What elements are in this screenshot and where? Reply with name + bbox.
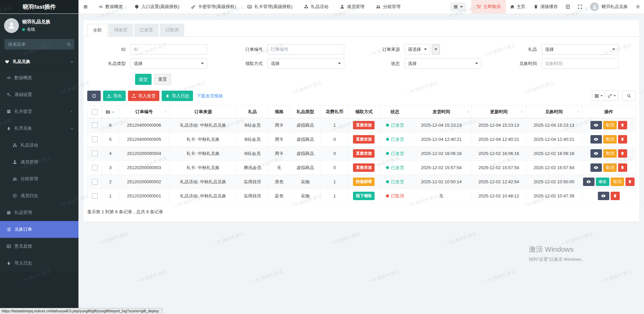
- topbar-menu-item-3[interactable]: 礼卡管理(高级授权): [242, 0, 298, 13]
- clear-cache-button[interactable]: 清除缓存: [529, 0, 562, 13]
- topbar-main: 数据概览入口设置(高级授权)卡密管理(高级授权)礼卡管理(高级授权)礼品活动成员…: [78, 0, 644, 13]
- filter-select-2[interactable]: 请选择: [405, 44, 430, 55]
- topbar-menu-item-1[interactable]: 入口设置(高级授权): [129, 0, 185, 13]
- cancel-button[interactable]: 取消: [603, 121, 617, 129]
- sidebar-item-0[interactable]: 数据概览: [0, 69, 78, 86]
- cell-spec: 无: [268, 161, 290, 175]
- cancel-button[interactable]: 取消: [603, 163, 617, 172]
- cell-spec: 蓝色: [268, 189, 290, 203]
- reset-button[interactable]: 重置: [154, 74, 171, 85]
- view-button[interactable]: [598, 192, 609, 200]
- column-header-9[interactable]: 发货时间: [411, 106, 472, 118]
- delete-button[interactable]: [625, 178, 635, 186]
- settings-gear-icon[interactable]: [632, 0, 644, 13]
- sidebar-item-11[interactable]: 导入日志: [0, 255, 78, 272]
- edit-button[interactable]: 修改: [596, 178, 609, 186]
- delete-button[interactable]: [611, 192, 620, 200]
- sidebar-item-5[interactable]: 成员管理: [0, 154, 78, 170]
- submit-button[interactable]: 提交: [135, 74, 152, 85]
- column-header-10[interactable]: 更新时间: [472, 106, 526, 118]
- row-checkbox[interactable]: [92, 122, 98, 128]
- sidebar-toggle-icon[interactable]: [78, 0, 93, 13]
- column-header-1[interactable]: 订单编号: [119, 106, 169, 118]
- delete-button[interactable]: [618, 149, 627, 158]
- import-deliver-button[interactable]: 导入发货: [128, 91, 159, 101]
- sidebar-menu: 数据概览基础设置礼卡提货礼币兑换礼品活动成员管理分组管理成员日志礼品管理兑换订单…: [0, 69, 78, 272]
- sidebar-section-gift-exchange[interactable]: 礼品兑换: [0, 54, 78, 69]
- cancel-button[interactable]: 取消: [611, 178, 624, 186]
- filter-field-0: ID: [87, 44, 224, 55]
- sidebar-item-4[interactable]: 礼品活动: [0, 137, 78, 154]
- topbar-menu-item-6[interactable]: 分组管理: [370, 0, 406, 13]
- columns-button[interactable]: [592, 91, 605, 101]
- row-select-cell: [88, 118, 102, 132]
- buy-now-button[interactable]: 立即购买: [471, 0, 506, 13]
- cell-update_time: 2025-12-04 12:40:21: [472, 132, 526, 147]
- home-button[interactable]: 主页: [506, 0, 529, 13]
- filter-input-7[interactable]: [542, 58, 618, 69]
- download-template-link[interactable]: 下载发货模板: [197, 93, 223, 99]
- cell-gift_type: 实物: [290, 189, 320, 203]
- sidebar-item-2[interactable]: 礼卡提货: [0, 103, 78, 120]
- table-toolbar: 导出 导入发货 导入日志 下载发货模板: [87, 91, 636, 101]
- view-button[interactable]: [583, 178, 594, 186]
- filter-select-extra-button[interactable]: [432, 44, 440, 55]
- cancel-button[interactable]: 取消: [603, 149, 617, 158]
- boxes-icon: [12, 143, 17, 148]
- delete-button[interactable]: [618, 135, 627, 144]
- delete-button[interactable]: [618, 163, 627, 172]
- sidebar-item-9[interactable]: 兑换订单: [0, 221, 78, 238]
- select-all-checkbox[interactable]: [92, 109, 98, 115]
- delete-button[interactable]: [618, 121, 627, 129]
- filter-grid: ID订单编号订单来源请选择礼品选择礼品类型选择领取方式选择状态选择兑换时间: [87, 44, 636, 69]
- filter-input-1[interactable]: [267, 44, 344, 55]
- filter-select-6[interactable]: 选择: [405, 58, 481, 69]
- tab-2[interactable]: 已发货: [134, 24, 159, 36]
- filter-select-4[interactable]: 选择: [130, 58, 207, 69]
- import-log-button[interactable]: 导入日志: [162, 91, 193, 101]
- filter-select-5[interactable]: 选择: [267, 58, 344, 69]
- column-header-0[interactable]: ID: [102, 106, 119, 118]
- app-logo[interactable]: 晓羽fast插件: [0, 0, 78, 13]
- export-button[interactable]: 导出: [103, 91, 126, 101]
- sidebar-item-6[interactable]: 分组管理: [0, 170, 78, 187]
- row-checkbox[interactable]: [92, 136, 98, 142]
- tab-0[interactable]: 全部: [87, 24, 107, 37]
- sidebar-item-1[interactable]: 基础设置: [0, 86, 78, 103]
- row-checkbox[interactable]: [92, 193, 98, 199]
- nav-more-dropdown[interactable]: [450, 2, 466, 11]
- menu-search-input[interactable]: [4, 39, 74, 50]
- view-button[interactable]: [590, 163, 602, 172]
- sort-icon: [164, 110, 167, 114]
- fullscreen-icon[interactable]: [574, 0, 586, 13]
- view-button[interactable]: [590, 121, 602, 129]
- filter-select-3[interactable]: 选择: [542, 44, 618, 55]
- user-menu[interactable]: 晓羽礼品兑换: [586, 0, 632, 13]
- topbar-menu-item-4[interactable]: 礼品活动: [298, 0, 334, 13]
- refresh-button[interactable]: [87, 91, 101, 101]
- row-checkbox[interactable]: [92, 151, 98, 156]
- row-checkbox[interactable]: [92, 179, 98, 185]
- sidebar-item-3[interactable]: 礼币兑换: [0, 120, 78, 137]
- topbar-menu-item-0[interactable]: 数据概览: [93, 0, 129, 13]
- sidebar-item-10[interactable]: 意见反馈: [0, 238, 78, 255]
- column-header-11[interactable]: 兑换时间: [526, 106, 582, 118]
- search-toggle-button[interactable]: [622, 91, 636, 101]
- filter-input-0[interactable]: [130, 44, 207, 55]
- row-checkbox[interactable]: [92, 165, 98, 170]
- sidebar-item-8[interactable]: 礼品管理: [0, 204, 78, 221]
- cell-spec: 黑色: [268, 175, 290, 189]
- tab-1[interactable]: 待发货: [108, 24, 133, 36]
- cancel-button[interactable]: 取消: [603, 135, 617, 144]
- topbar-menu-item-2[interactable]: 卡密管理(高级授权): [185, 0, 242, 13]
- tab-3[interactable]: 已取消: [160, 24, 184, 36]
- view-button[interactable]: [590, 149, 602, 158]
- view-button[interactable]: [590, 135, 602, 144]
- filter-select-value: 选择: [134, 61, 142, 67]
- export-menu-button[interactable]: [605, 91, 619, 101]
- sidebar-item-7[interactable]: 成员日志: [0, 187, 78, 204]
- column-header-4: 规格: [268, 106, 290, 118]
- docs-icon[interactable]: [562, 0, 574, 13]
- filter-form: ID订单编号订单来源请选择礼品选择礼品类型选择领取方式选择状态选择兑换时间 提交…: [84, 37, 639, 85]
- topbar-menu-item-5[interactable]: 成员管理: [334, 0, 370, 13]
